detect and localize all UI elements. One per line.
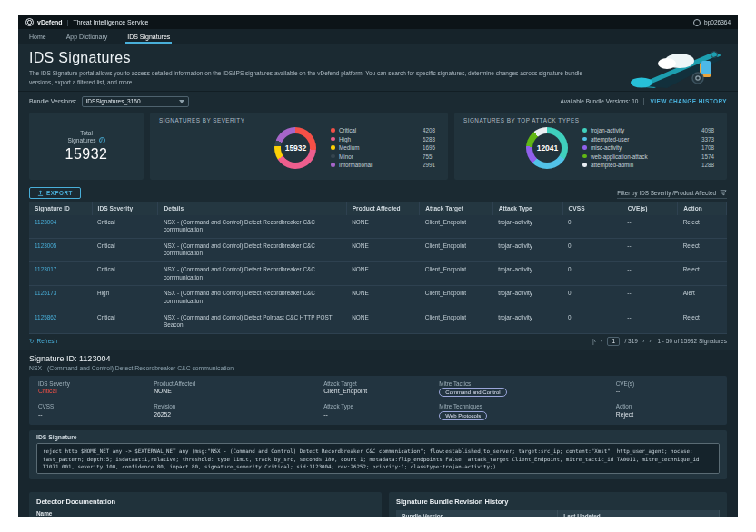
history-column-header[interactable]: Last Updated — [558, 510, 720, 517]
table-row[interactable]: 1125862CriticalNSX - (Command and Contro… — [29, 310, 727, 333]
legend-dot-icon — [582, 128, 587, 133]
field-label: Product Affected — [154, 380, 323, 387]
field-value: -- — [323, 411, 439, 418]
first-page-button[interactable]: |‹ — [592, 338, 596, 344]
legend-item: Critical4208 — [331, 127, 435, 133]
filter-control[interactable]: Filter by IDS Severity /Product Affected — [617, 190, 727, 199]
table-cell-severity: Critical — [92, 238, 158, 261]
legend-dot-icon — [331, 128, 335, 133]
legend-value: 1288 — [701, 162, 714, 168]
column-header[interactable]: IDS Severity — [92, 202, 158, 215]
field-value: Reject — [616, 411, 718, 418]
signature-id-link[interactable]: 1125862 — [29, 310, 92, 333]
detail-field: ActionReject — [616, 403, 718, 420]
bundle-versions-label: Bundle Versions: — [29, 98, 77, 104]
nav-item-home[interactable]: Home — [27, 30, 48, 44]
table-cell-product: NONE — [346, 286, 420, 310]
nav-item-app-dictionary[interactable]: App Dictionary — [65, 30, 110, 44]
user-avatar-icon[interactable] — [693, 19, 701, 26]
severity-donut-chart: 15932 — [274, 127, 316, 169]
table-row[interactable]: 1123005CriticalNSX - (Command and Contro… — [29, 238, 727, 261]
detail-field: Revision26252 — [154, 403, 323, 420]
field-label: Mitre Techniques — [439, 403, 615, 409]
next-page-button[interactable]: › — [642, 338, 644, 344]
page-title: IDS Signatures — [29, 50, 727, 66]
detail-field: CVE(s)-- — [616, 380, 718, 398]
signature-id-link[interactable]: 1125173 — [29, 286, 92, 310]
signature-id-link[interactable]: 1123005 — [29, 238, 92, 261]
column-header[interactable]: CVE(s) — [622, 202, 677, 215]
divider — [643, 98, 644, 105]
table-row[interactable]: 1123017CriticalNSX - (Command and Contro… — [29, 262, 727, 286]
legend-label: Medium — [339, 144, 410, 151]
legend-value: 1708 — [701, 144, 714, 151]
legend-label: High — [339, 136, 410, 143]
product-name: Threat Intelligence Service — [73, 19, 148, 25]
column-header[interactable]: Details — [158, 202, 346, 215]
table-cell-cve: -- — [622, 286, 677, 310]
table-cell-action: Alert — [678, 286, 727, 310]
signature-id-link[interactable]: 1123017 — [29, 262, 92, 286]
prev-page-button[interactable]: ‹ — [601, 338, 602, 344]
ids-signature-text[interactable]: reject http $HOME_NET any -> $EXTERNAL_N… — [36, 443, 720, 474]
legend-value: 4098 — [701, 127, 714, 133]
legend-item: High6283 — [331, 136, 435, 143]
legend-dot-icon — [582, 154, 587, 159]
export-button[interactable]: EXPORT — [29, 187, 81, 199]
field-value: Critical — [38, 388, 154, 394]
detail-field: IDS SeverityCritical — [38, 380, 154, 398]
legend-label: web-application-attack — [591, 153, 689, 160]
table-cell-product: NONE — [346, 262, 420, 286]
app-window: vDefend | Threat Intelligence Service bp… — [18, 15, 738, 517]
table-cell-cve: -- — [622, 215, 677, 239]
severity-donut-center: 15932 — [281, 133, 310, 163]
legend-dot-icon — [331, 163, 335, 167]
revision-history-table: Bundle VersionLast UpdatedIDSSignatures_… — [396, 510, 720, 517]
table-cell-product: NONE — [346, 215, 420, 239]
history-column-header[interactable]: Bundle Version — [396, 510, 558, 517]
detector-documentation-card: Detector Documentation Name 9rules:11862… — [29, 492, 382, 517]
info-icon[interactable]: i — [99, 137, 105, 143]
attack-chart-title: SIGNATURES BY TOP ATTACK TYPES — [463, 117, 718, 123]
column-header[interactable]: Attack Target — [420, 202, 493, 215]
severity-chart-title: SIGNATURES BY SEVERITY — [159, 117, 439, 123]
detail-fields-panel: IDS SeverityCriticalProduct AffectedNONE… — [29, 376, 727, 425]
pagination: |‹ ‹ 1 / 319 › ›| 1 - 50 of 15932 Signat… — [592, 337, 727, 346]
column-header[interactable]: Product Affected — [346, 202, 420, 215]
field-value: -- — [616, 388, 718, 394]
table-row[interactable]: 1125173HighNSX - (Command and Control) D… — [29, 286, 727, 310]
page-total: / 319 — [624, 338, 637, 344]
legend-value: 3373 — [701, 136, 714, 143]
severity-chart-card: SIGNATURES BY SEVERITY 15932 Critical420… — [150, 113, 448, 180]
table-cell-details: NSX - (Command and Control) Detect Recor… — [158, 286, 346, 310]
table-row[interactable]: 1123004CriticalNSX - (Command and Contro… — [29, 215, 727, 239]
refresh-button[interactable]: ↻Refresh — [29, 338, 57, 345]
view-change-history-link[interactable]: VIEW CHANGE HISTORY — [650, 98, 727, 104]
column-header[interactable]: Attack Type — [492, 202, 562, 215]
legend-item: Informational2991 — [331, 162, 435, 168]
legend-value: 4208 — [423, 127, 435, 133]
detail-field: Attack TargetClient_Endpoint — [323, 380, 439, 398]
attack-donut-chart: 12041 — [526, 127, 568, 169]
legend-value: 6283 — [423, 136, 435, 143]
last-page-button[interactable]: ›| — [649, 338, 652, 344]
column-header[interactable]: Action — [678, 202, 727, 215]
bundle-version-select[interactable]: IDSSignatures_3160 — [82, 96, 189, 107]
field-label: Attack Type — [323, 403, 439, 409]
ids-signature-label: IDS Signature — [36, 434, 720, 440]
severity-legend: Critical4208High6283Medium1695Minor755In… — [331, 127, 435, 168]
attack-donut-center: 12041 — [532, 133, 562, 163]
username[interactable]: bp026364 — [704, 19, 731, 25]
page-description: The IDS Signature portal allows you to a… — [29, 69, 592, 87]
nav-item-ids-signatures[interactable]: IDS Signatures — [125, 30, 172, 44]
bundle-version-bar: Bundle Versions: IDSSignatures_3160 Avai… — [18, 92, 738, 111]
detail-title: Signature ID: 1123004 — [29, 354, 727, 363]
column-header[interactable]: Signature ID — [29, 202, 92, 215]
table-cell-details: NSX - (Command and Control) Detect Recor… — [158, 262, 346, 286]
table-cell-product: NONE — [346, 310, 420, 333]
column-header[interactable]: CVSS — [562, 202, 622, 215]
signature-id-link[interactable]: 1123004 — [29, 215, 92, 239]
legend-value: 1574 — [701, 153, 714, 160]
page-input[interactable]: 1 — [607, 337, 620, 346]
table-cell-severity: High — [92, 286, 158, 310]
